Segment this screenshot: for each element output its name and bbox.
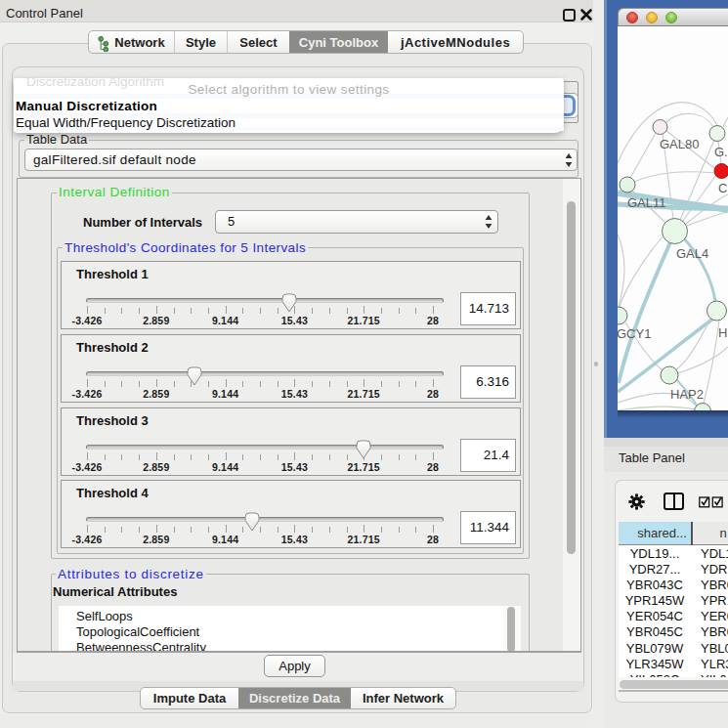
svg-text:H: H xyxy=(718,325,727,340)
svg-text:HAP2: HAP2 xyxy=(670,387,704,402)
svg-text:G.: G. xyxy=(714,145,728,159)
svg-text:C: C xyxy=(718,181,727,195)
svg-text:GAL80: GAL80 xyxy=(660,137,699,151)
svg-text:GCY1: GCY1 xyxy=(618,326,651,341)
svg-text:GAL4: GAL4 xyxy=(676,246,708,261)
svg-text:GAL11: GAL11 xyxy=(627,195,666,210)
